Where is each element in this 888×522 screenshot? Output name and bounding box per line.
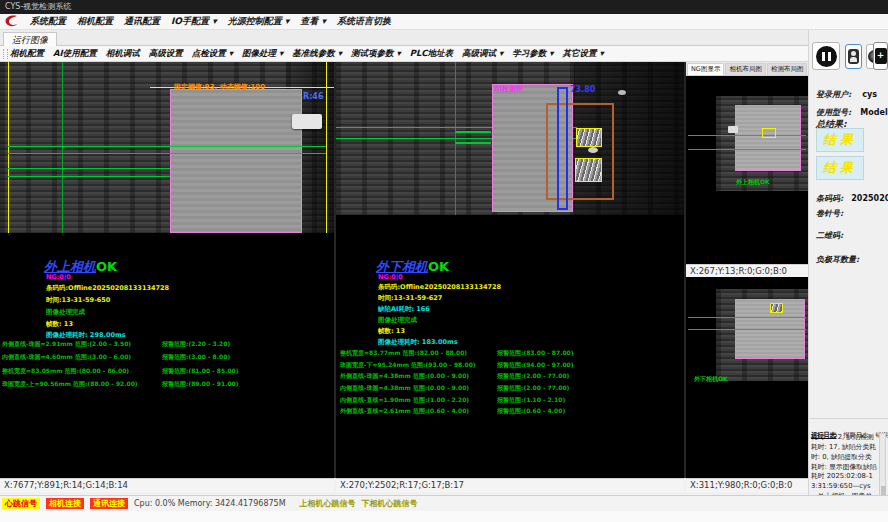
middle-alarm-row: 报警范围:(2.00 - 77.00) — [497, 372, 569, 381]
thumb-tab-camera-layout[interactable]: 相机布局图 — [725, 63, 766, 75]
thumb-top-connector — [728, 126, 738, 133]
thumb-top-coords-bar: X:267;Y:13;R:0;G:0;B:0 — [686, 264, 808, 277]
menu-view[interactable]: 查看 ▾ — [300, 15, 326, 28]
middle-bright-spot2 — [618, 90, 626, 95]
middle-yellow-roi-1 — [576, 128, 602, 147]
middle-camera-name: 外下相机 — [376, 259, 428, 274]
middle-measure-row: 珠圆宽度-下=95.24mm 范围:(93.00 - 98.00) — [340, 361, 476, 370]
left-green-line-4 — [8, 176, 170, 177]
middle-elapsed: 图像处理耗时: 183.00ms — [378, 338, 458, 347]
menu-comm-config[interactable]: 通讯配置 — [124, 15, 160, 28]
thumb-top-green-line-1 — [688, 135, 806, 136]
left-frame: 帧数: 13 — [46, 320, 73, 329]
exit-door-icon: + — [875, 48, 887, 64]
thumb-bottom-green-line-1 — [688, 317, 806, 318]
middle-frame: 帧数: 13 — [378, 327, 405, 336]
model-label: 使用型号: — [816, 108, 851, 117]
thumb-tab-ng-view[interactable]: NG图显示 — [687, 63, 724, 75]
tool-camera-config[interactable]: 相机配置 — [10, 48, 44, 60]
left-part-region — [170, 89, 302, 233]
left-time: 时间:13-31-59-650 — [46, 296, 110, 305]
tool-other-settings[interactable]: 其它设置 ▾ — [563, 48, 604, 60]
status-bar: 心跳信号 相机连接 通讯连接 Cpu: 0.0% Memory: 3424.41… — [0, 495, 888, 511]
thumb-top-part — [735, 105, 801, 171]
left-elapsed: 图像处理耗时: 298.00ms — [46, 331, 126, 340]
tool-advanced-debug[interactable]: 高级调试 ▾ — [462, 48, 503, 60]
left-r-overlay: R:46 — [303, 92, 324, 101]
app-window: CYS-视觉检测系统 系统配置 相机配置 通讯配置 IO手配置 ▾ 光源控制配置… — [0, 0, 888, 522]
thumb-bottom-image[interactable]: 外下相机OK — [686, 277, 808, 478]
view-tabstrip: 运行图像 — [0, 30, 808, 46]
tool-plc-table[interactable]: PLC地址表 — [410, 48, 453, 60]
tab-count-label: 负极耳数量: — [816, 254, 859, 265]
tool-baseline-params[interactable]: 基准线参数 ▾ — [292, 48, 342, 60]
middle-blue-roi — [557, 87, 568, 210]
tool-advanced-settings[interactable]: 高级设置 — [149, 48, 183, 60]
middle-status: 图像处理完成 — [378, 316, 417, 325]
middle-ai-box-label: AI检测框 — [494, 84, 523, 94]
heartbeat-badge: 心跳信号 — [2, 498, 40, 509]
upper-camera-heartbeat: 上相机心跳信号 — [300, 498, 356, 509]
thumb-top-yellow-roi — [762, 128, 776, 138]
left-ng-label: NG:0|0 — [46, 273, 71, 281]
tool-learning-params[interactable]: 学习参数 ▾ — [512, 48, 553, 60]
tool-test-params[interactable]: 测试项参数 ▾ — [351, 48, 401, 60]
toolbar-grip[interactable] — [3, 49, 8, 59]
middle-measure-row: 外侧直线-珠圆=4.38mm 范围:(0.00 - 9.00) — [340, 372, 469, 381]
left-camera-image[interactable]: 固定阈值:93, 动态阈值:100 R:46 — [0, 62, 334, 233]
thumb-top-image[interactable]: 外上相机OK — [686, 76, 808, 264]
left-threshold-overlay: 固定阈值:93, 动态阈值:100 — [174, 82, 265, 92]
pause-button[interactable] — [812, 42, 840, 70]
model-row: 使用型号: Model1 — [816, 100, 888, 119]
middle-alarm-row: 报警范围:(94.00 - 97.00) — [497, 361, 574, 370]
thumb-tabs: NG图显示 相机布局图 检测布局图 — [686, 62, 808, 76]
thumb-bottom-yellow-roi — [770, 303, 783, 313]
left-measure-row: 整机宽度=83.05mm 范围:(80.00 - 86.00) — [2, 367, 129, 376]
left-alarm-row: 报警范围:(81.00 - 85.00) — [162, 367, 239, 376]
menu-io-config[interactable]: IO手配置 ▾ — [171, 15, 217, 28]
middle-ai-elapsed: 缺陷AI耗时: 166 — [378, 305, 430, 314]
menu-language-switch[interactable]: 系统语言切换 — [337, 15, 391, 28]
tool-camera-debug[interactable]: 相机调试 — [106, 48, 140, 60]
app-logo-icon — [4, 15, 19, 28]
menu-light-config[interactable]: 光源控制配置 ▾ — [228, 15, 290, 28]
thumb-top-overlay-text: 外上相机OK — [736, 178, 770, 187]
left-measure-row: 外侧直线-珠圆=2.91mm 范围:(2.00 - 3.50) — [2, 340, 131, 349]
middle-alarm-row: 报警范围:(0.60 - 4.00) — [497, 407, 565, 416]
middle-ng-label: NG:0|0 — [378, 273, 403, 281]
middle-green-seg-2 — [455, 142, 491, 144]
tool-spot-check[interactable]: 点检设置 ▾ — [192, 48, 233, 60]
tool-ai-usage[interactable]: AI使用配置 — [53, 48, 97, 60]
thumb-bottom-overlay-text: 外下相机OK — [694, 375, 728, 384]
middle-coords-bar: X:270;Y:2502;R:17;G:17;B:17 — [336, 478, 684, 492]
needle-label: 卷针号: — [816, 208, 843, 219]
user-value: cys — [862, 90, 877, 99]
middle-result-ok: OK — [428, 259, 449, 274]
menu-camera-config[interactable]: 相机配置 — [77, 15, 113, 28]
left-barcode: 条码码:Offline20250208133134728 — [46, 284, 169, 293]
middle-alarm-row: 报警范围:(83.00 - 87.00) — [497, 349, 574, 358]
left-measure-row: 珠圆宽度-上=90.56mm 范围:(88.00 - 92.00) — [2, 380, 138, 389]
thumb-bottom-green-line-2 — [688, 329, 806, 330]
left-green-line-2 — [8, 153, 326, 154]
left-green-line-1 — [8, 146, 326, 147]
toolbar: 相机配置 AI使用配置 相机调试 高级设置 点检设置 ▾ 图像处理 ▾ 基准线参… — [0, 46, 808, 62]
middle-yellow-roi-2 — [575, 158, 602, 182]
user-icon — [848, 49, 859, 64]
middle-measure-row: 内侧直线-直线=1.90mm 范围:(1.00 - 2.20) — [340, 396, 469, 405]
qr-label: 二维码: — [816, 230, 843, 241]
middle-measure-row: 整机宽度=83.77mm 范围:(82.00 - 88.00) — [340, 349, 467, 358]
exit-button[interactable]: + — [873, 42, 888, 70]
menu-bar: 系统配置 相机配置 通讯配置 IO手配置 ▾ 光源控制配置 ▾ 查看 ▾ 系统语… — [0, 14, 888, 30]
middle-camera-image[interactable]: AI检测框 73.80 — [336, 62, 684, 215]
model-value: Model1 — [860, 108, 888, 117]
thumb-tab-detect-layout[interactable]: 检测布局图 — [767, 63, 808, 75]
user-button[interactable] — [845, 44, 862, 69]
user-label: 登录用户: — [816, 90, 851, 99]
middle-time: 时间:13-31-59-627 — [378, 294, 442, 303]
bottom-strip — [0, 511, 888, 522]
thumb-top-green-line-2 — [688, 149, 806, 150]
menu-system-config[interactable]: 系统配置 — [30, 15, 66, 28]
middle-green-seg-1 — [455, 131, 491, 133]
tool-image-process[interactable]: 图像处理 ▾ — [242, 48, 283, 60]
